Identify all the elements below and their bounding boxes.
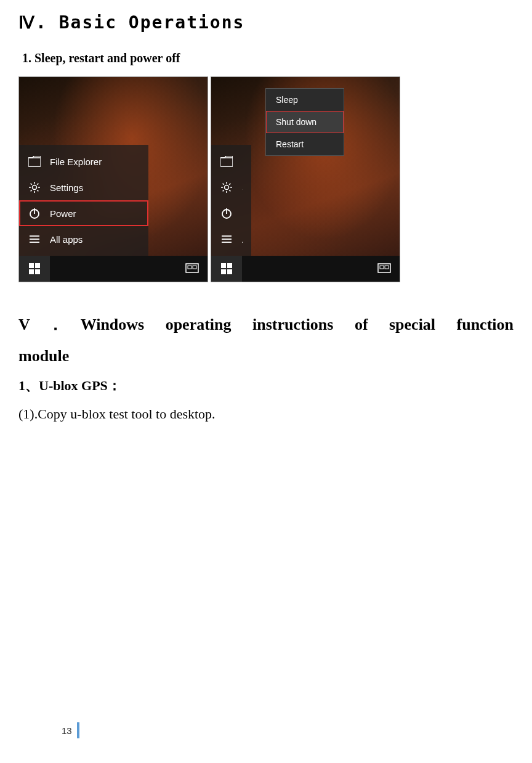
svg-rect-7 <box>29 263 34 268</box>
screenshot-row: File Explorer Settings Power All apps <box>18 76 514 282</box>
svg-rect-23 <box>221 269 226 274</box>
section-5-heading-line2: module <box>18 347 514 365</box>
start-item-file-explorer[interactable]: File Explorer <box>19 149 148 174</box>
page-bar-decoration <box>77 722 79 738</box>
file-explorer-icon <box>220 155 233 168</box>
svg-rect-21 <box>221 263 226 268</box>
svg-rect-14 <box>220 158 233 166</box>
power-icon <box>220 206 233 220</box>
power-icon <box>28 206 41 220</box>
start-item-label: Power <box>242 208 243 219</box>
screenshot-power-highlight: File Explorer Settings Power All apps <box>18 76 208 282</box>
start-item-label: File Explorer <box>50 157 102 167</box>
task-view-icon[interactable] <box>177 256 208 282</box>
start-item-label: File <box>242 157 243 167</box>
start-item-all-apps[interactable]: All apps <box>211 226 251 252</box>
svg-rect-24 <box>227 269 232 274</box>
svg-rect-26 <box>380 266 384 269</box>
start-item-all-apps[interactable]: All apps <box>19 226 148 252</box>
start-button[interactable] <box>19 256 50 282</box>
taskbar <box>19 256 208 282</box>
svg-rect-8 <box>35 263 40 268</box>
power-menu-restart[interactable]: Restart <box>266 133 344 155</box>
section-5-sub-1: 1、U-blox GPS： <box>18 377 514 395</box>
svg-rect-12 <box>188 266 191 269</box>
all-apps-icon <box>28 232 41 246</box>
task-view-icon[interactable] <box>369 256 400 282</box>
svg-rect-27 <box>385 266 389 269</box>
start-item-label: All apps <box>50 234 83 245</box>
file-explorer-icon <box>28 155 41 168</box>
section-5-heading-line1: V．Windows operating instructions of spec… <box>18 307 514 342</box>
section-5-body-1: (1).Copy u-blox test tool to desktop. <box>18 406 514 422</box>
start-item-label: Se <box>242 182 243 193</box>
svg-rect-0 <box>28 158 41 166</box>
page-footer: 13 <box>62 722 79 738</box>
section-4-heading: Ⅳ. Basic Operations <box>18 12 514 33</box>
power-menu-shutdown[interactable]: Shut down <box>266 111 344 133</box>
start-item-file-explorer[interactable]: File <box>211 149 251 174</box>
start-menu-panel: File Explorer Settings Power All apps <box>19 145 148 256</box>
start-item-label: All apps <box>242 234 243 245</box>
svg-rect-9 <box>29 269 34 274</box>
start-item-settings[interactable]: Settings <box>19 174 148 200</box>
screenshot-shutdown-menu: Sleep Shut down Restart File Se <box>211 76 400 282</box>
svg-rect-10 <box>35 269 40 274</box>
svg-point-1 <box>33 186 37 190</box>
svg-rect-22 <box>227 263 232 268</box>
windows-logo-icon <box>29 263 40 274</box>
taskbar <box>211 256 400 282</box>
section-4-sub-1: 1. Sleep, restart and power off <box>22 51 514 65</box>
start-item-power[interactable]: Power <box>19 200 148 226</box>
start-menu-panel-truncated: File Se Power All apps <box>211 145 251 256</box>
start-item-label: Settings <box>50 182 83 193</box>
start-item-settings[interactable]: Se <box>211 174 251 200</box>
power-context-menu: Sleep Shut down Restart <box>265 88 344 156</box>
start-button[interactable] <box>211 256 242 282</box>
start-item-label: Power <box>50 208 76 219</box>
svg-point-15 <box>225 186 229 190</box>
page-number: 13 <box>62 725 72 736</box>
power-menu-sleep[interactable]: Sleep <box>266 89 344 111</box>
windows-logo-icon <box>221 263 232 274</box>
svg-rect-13 <box>193 266 196 269</box>
start-item-power[interactable]: Power <box>211 200 251 226</box>
gear-icon <box>220 181 233 194</box>
gear-icon <box>28 181 41 194</box>
all-apps-icon <box>220 232 233 246</box>
